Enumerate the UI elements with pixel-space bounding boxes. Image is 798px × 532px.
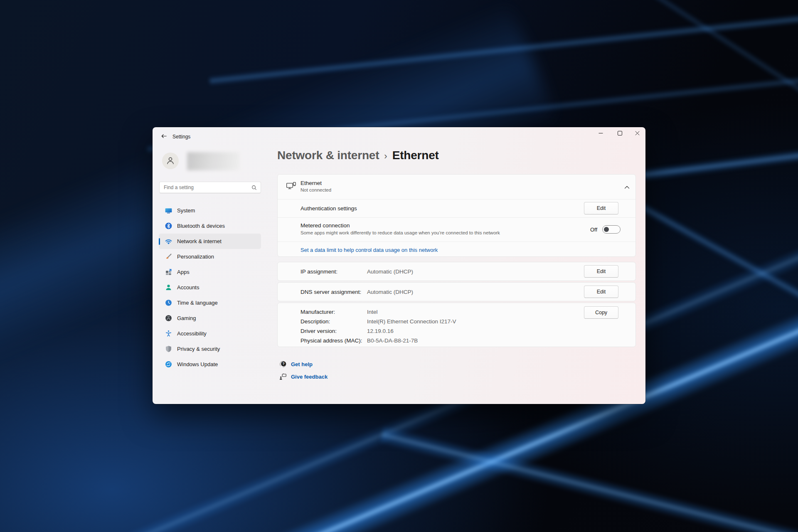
ethernet-card-title: Ethernet	[300, 180, 322, 186]
chevron-up-icon[interactable]	[623, 184, 631, 190]
detail-label: Physical address (MAC):	[300, 337, 362, 344]
sidebar-item-label: Accounts	[177, 284, 199, 291]
chevron-right-icon: ›	[384, 151, 387, 162]
sidebar-item-bluetooth-devices[interactable]: Bluetooth & devices	[159, 218, 261, 234]
metered-connection-row: Metered connection Some apps might work …	[278, 218, 635, 241]
detail-row-driver-version: Driver version: 12.19.0.16	[278, 326, 635, 336]
sidebar-item-privacy-security[interactable]: Privacy & security	[159, 341, 261, 357]
give-feedback-link[interactable]: Give feedback	[291, 374, 328, 380]
svg-text:?: ?	[283, 362, 285, 366]
back-button[interactable]	[158, 131, 170, 143]
sidebar-item-label: Windows Update	[177, 361, 218, 367]
avatar[interactable]	[162, 153, 179, 169]
back-arrow-icon	[161, 133, 167, 140]
data-limit-link[interactable]: Set a data limit to help control data us…	[300, 247, 438, 253]
sidebar-item-label: Gaming	[177, 315, 196, 321]
breadcrumb-parent[interactable]: Network & internet	[277, 149, 379, 162]
sidebar-item-accounts[interactable]: Accounts	[159, 280, 261, 295]
person-icon	[165, 155, 176, 167]
authentication-settings-row: Authentication settings Edit	[278, 200, 635, 217]
metered-toggle-group: Off	[590, 225, 621, 234]
sidebar-item-label: Personalization	[177, 254, 214, 260]
ip-edit-button[interactable]: Edit	[584, 265, 618, 278]
detail-label: Driver version:	[300, 328, 337, 334]
detail-value: B0-5A-DA-B8-21-7B	[367, 337, 418, 344]
dns-assignment-label: DNS server assignment:	[300, 289, 361, 295]
desktop-wallpaper: Settings	[0, 0, 798, 532]
windows-update-icon	[165, 361, 172, 368]
gaming-icon	[165, 315, 172, 322]
sidebar-item-label: Network & internet	[177, 238, 222, 244]
ip-assignment-card: IP assignment: Automatic (DHCP) Edit	[277, 262, 636, 281]
sidebar-item-label: Bluetooth & devices	[177, 223, 225, 229]
metered-connection-description: Some apps might work differently to redu…	[300, 230, 500, 235]
sidebar-item-label: Accessibility	[177, 330, 207, 337]
wallpaper-beam	[380, 425, 798, 532]
get-help-link[interactable]: Get help	[291, 361, 313, 367]
sidebar-item-label: Time & language	[177, 300, 218, 306]
accessibility-icon	[165, 330, 172, 337]
ethernet-device-icon	[286, 181, 297, 193]
get-help-row: ? Get help	[279, 359, 313, 369]
detail-value: Intel(R) Ethernet Connection I217-V	[367, 318, 456, 325]
authentication-edit-button[interactable]: Edit	[584, 202, 618, 214]
ethernet-expander-header[interactable]: Ethernet Not connected	[278, 175, 635, 199]
sidebar-item-time-language[interactable]: Time & language	[159, 295, 261, 310]
sidebar-item-accessibility[interactable]: Accessibility	[159, 326, 261, 341]
dns-edit-button[interactable]: Edit	[584, 286, 618, 298]
settings-window: Settings	[153, 127, 645, 404]
sidebar-nav: System Bluetooth & devices Network & int…	[159, 203, 261, 372]
sidebar-item-network-internet[interactable]: Network & internet	[159, 234, 261, 249]
accounts-icon	[165, 284, 172, 291]
network-icon	[165, 238, 172, 245]
sidebar-item-apps[interactable]: Apps	[159, 264, 261, 280]
ip-assignment-label: IP assignment:	[300, 268, 337, 275]
sidebar-item-label: Apps	[177, 269, 190, 275]
user-name-redacted	[187, 152, 240, 170]
system-icon	[165, 207, 172, 214]
ethernet-expander-card: Ethernet Not connected Authentication se…	[277, 174, 636, 257]
search-box[interactable]	[159, 182, 261, 193]
sidebar-item-system[interactable]: System	[159, 203, 261, 218]
detail-row-mac-address: Physical address (MAC): B0-5A-DA-B8-21-7…	[278, 336, 635, 345]
authentication-settings-label: Authentication settings	[300, 205, 357, 212]
search-icon	[251, 185, 257, 190]
metered-connection-label: Metered connection	[300, 222, 350, 229]
search-input[interactable]	[160, 185, 251, 190]
toggle-knob	[604, 227, 609, 232]
detail-label: Manufacturer:	[300, 309, 335, 315]
sidebar-item-label: Privacy & security	[177, 346, 220, 352]
breadcrumb: Network & internet › Ethernet	[277, 149, 439, 162]
dns-assignment-value: Automatic (DHCP)	[367, 289, 413, 295]
feedback-icon	[279, 373, 287, 380]
detail-row-manufacturer: Manufacturer: Intel	[278, 307, 635, 317]
help-icon: ?	[279, 360, 287, 368]
copy-button[interactable]: Copy	[584, 306, 618, 319]
give-feedback-row: Give feedback	[279, 372, 328, 382]
adapter-details-card: Manufacturer: Intel Description: Intel(R…	[277, 303, 636, 347]
sidebar-item-personalization[interactable]: Personalization	[159, 249, 261, 264]
page-title: Ethernet	[392, 149, 439, 162]
sidebar-item-gaming[interactable]: Gaming	[159, 310, 261, 326]
detail-value: Intel	[367, 309, 378, 315]
apps-icon	[165, 268, 172, 276]
time-language-icon	[165, 299, 172, 307]
personalization-icon	[165, 253, 172, 261]
sidebar-item-label: System	[177, 207, 195, 214]
detail-row-description: Description: Intel(R) Ethernet Connectio…	[278, 317, 635, 326]
bluetooth-icon	[165, 222, 172, 230]
window-title: Settings	[172, 134, 190, 140]
detail-label: Description:	[300, 318, 330, 325]
ip-assignment-value: Automatic (DHCP)	[367, 268, 413, 275]
wallpaper-beam	[209, 2, 798, 86]
detail-value: 12.19.0.16	[367, 328, 394, 334]
data-limit-row: Set a data limit to help control data us…	[278, 242, 635, 259]
toggle-state-label: Off	[590, 227, 597, 233]
sidebar-item-windows-update[interactable]: Windows Update	[159, 357, 261, 372]
ethernet-card-status: Not connected	[300, 187, 331, 192]
metered-connection-toggle[interactable]	[602, 225, 621, 234]
dns-assignment-card: DNS server assignment: Automatic (DHCP) …	[277, 282, 636, 301]
main-content: Network & internet › Ethernet Ethernet N…	[277, 127, 636, 404]
privacy-security-icon	[165, 345, 172, 353]
